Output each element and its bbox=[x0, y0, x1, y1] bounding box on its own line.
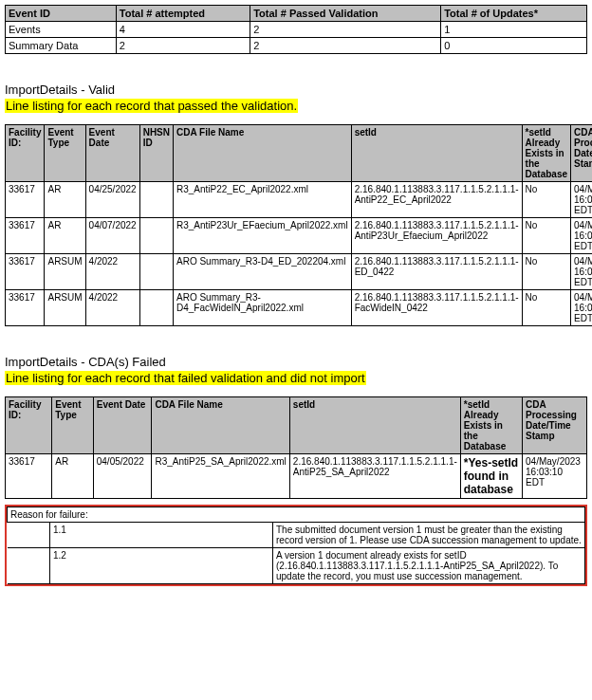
cell-event-type: ARSUM bbox=[45, 290, 85, 326]
cell-stamp: 04/May/2023 16:03:10 EDT bbox=[523, 454, 587, 499]
cell-setid: 2.16.840.1.113883.3.117.1.1.5.2.1.1.1-An… bbox=[351, 218, 522, 254]
col-event-date: Event Date bbox=[93, 397, 152, 454]
cell-event-date: 4/2022 bbox=[85, 290, 139, 326]
col-exists: *setId Already Exists in the Database bbox=[460, 397, 522, 454]
valid-header-row: Facility ID: Event Type Event Date NHSN … bbox=[6, 125, 593, 182]
table-row: Summary Data 2 2 0 bbox=[6, 38, 587, 54]
cell-exists: No bbox=[522, 182, 570, 218]
cell-stamp: 04/May/2023 16:03:10 EDT bbox=[571, 218, 592, 254]
cell-event-date: 04/05/2022 bbox=[93, 454, 152, 499]
col-updates: Total # of Updates* bbox=[441, 6, 587, 22]
col-setid: setId bbox=[351, 125, 522, 182]
table-row: 33617AR04/25/2022R3_AntiP22_EC_April2022… bbox=[6, 182, 593, 218]
cell-passed: 2 bbox=[250, 38, 441, 54]
table-row: Events 4 2 1 bbox=[6, 22, 587, 38]
cell-facility-id: 33617 bbox=[6, 218, 45, 254]
valid-section-title: ImportDetails - Valid bbox=[5, 83, 587, 97]
cell-event-date: 04/25/2022 bbox=[85, 182, 139, 218]
reason-row: 1.1The submitted document version 1 must… bbox=[8, 523, 585, 548]
reason-spacer bbox=[8, 548, 50, 584]
failed-header-row: Facility ID: Event Type Event Date CDA F… bbox=[6, 397, 587, 454]
failed-table: Facility ID: Event Type Event Date CDA F… bbox=[5, 396, 587, 499]
cell-cda-file: ARO Summary_R3-D4_FacWideIN_April2022.xm… bbox=[174, 290, 352, 326]
cell-attempted: 4 bbox=[116, 22, 250, 38]
cell-event-type: AR bbox=[45, 182, 85, 218]
col-cda-file: CDA File Name bbox=[152, 397, 289, 454]
cell-facility-id: 33617 bbox=[6, 182, 45, 218]
cell-stamp: 04/May/2023 16:03:10 EDT bbox=[571, 182, 592, 218]
reason-spacer bbox=[8, 523, 50, 548]
col-attempted: Total # attempted bbox=[116, 6, 250, 22]
cell-exists: No bbox=[522, 218, 570, 254]
cell-nhsn-id bbox=[139, 290, 173, 326]
table-row: 33617AR04/07/2022R3_AntiP23Ur_EFaecium_A… bbox=[6, 218, 593, 254]
cell-cda-file: R3_AntiP25_SA_April2022.xml bbox=[152, 454, 289, 499]
col-facility-id: Facility ID: bbox=[6, 125, 45, 182]
cell-exists: No bbox=[522, 254, 570, 290]
cell-event-date: 4/2022 bbox=[85, 254, 139, 290]
reason-failure-box: Reason for failure: 1.1The submitted doc… bbox=[5, 505, 587, 586]
reason-failure-label: Reason for failure: bbox=[8, 507, 585, 523]
cell-stamp: 04/May/2023 16:03:10 EDT bbox=[571, 254, 592, 290]
table-row: 33617ARSUM4/2022ARO Summary_R3-D4_FacWid… bbox=[6, 290, 593, 326]
col-event-date: Event Date bbox=[85, 125, 139, 182]
cell-nhsn-id bbox=[139, 182, 173, 218]
reason-row: 1.2A version 1 document already exists f… bbox=[8, 548, 585, 584]
cell-exists: No bbox=[522, 290, 570, 326]
valid-table: Facility ID: Event Type Event Date NHSN … bbox=[5, 124, 592, 326]
cell-facility-id: 33617 bbox=[6, 454, 52, 499]
cell-cda-file: R3_AntiP22_EC_April2022.xml bbox=[174, 182, 352, 218]
col-stamp: CDA Processing Date/Time Stamp bbox=[571, 125, 592, 182]
col-exists: *setId Already Exists in the Database bbox=[522, 125, 570, 182]
col-facility-id: Facility ID: bbox=[6, 397, 52, 454]
reason-text: The submitted document version 1 must be… bbox=[273, 523, 585, 548]
col-stamp: CDA Processing Date/Time Stamp bbox=[523, 397, 587, 454]
cell-event-type: AR bbox=[52, 454, 93, 499]
failed-section-subtitle: Line listing for each record that failed… bbox=[5, 371, 366, 385]
cell-updates: 1 bbox=[441, 22, 587, 38]
cell-setid: 2.16.840.1.113883.3.117.1.1.5.2.1.1.1-ED… bbox=[351, 254, 522, 290]
cell-event-id: Events bbox=[6, 22, 117, 38]
cell-event-date: 04/07/2022 bbox=[85, 218, 139, 254]
reason-code: 1.2 bbox=[50, 548, 273, 584]
cell-setid: 2.16.840.1.113883.3.117.1.1.5.2.1.1.1-An… bbox=[351, 182, 522, 218]
cell-event-type: AR bbox=[45, 218, 85, 254]
cell-event-type: ARSUM bbox=[45, 254, 85, 290]
cell-event-id: Summary Data bbox=[6, 38, 117, 54]
col-event-type: Event Type bbox=[52, 397, 93, 454]
col-event-id: Event ID bbox=[6, 6, 117, 22]
cell-facility-id: 33617 bbox=[6, 254, 45, 290]
cell-setid: 2.16.840.1.113883.3.117.1.1.5.2.1.1.1-An… bbox=[289, 454, 460, 499]
summary-table: Event ID Total # attempted Total # Passe… bbox=[5, 5, 587, 54]
col-cda-file: CDA File Name bbox=[174, 125, 352, 182]
cell-facility-id: 33617 bbox=[6, 290, 45, 326]
valid-section-subtitle: Line listing for each record that passed… bbox=[5, 99, 298, 113]
table-row: 33617ARSUM4/2022ARO Summary_R3-D4_ED_202… bbox=[6, 254, 593, 290]
summary-header-row: Event ID Total # attempted Total # Passe… bbox=[6, 6, 587, 22]
col-setid: setId bbox=[289, 397, 460, 454]
cell-passed: 2 bbox=[250, 22, 441, 38]
cell-nhsn-id bbox=[139, 254, 173, 290]
table-row: 33617AR04/05/2022R3_AntiP25_SA_April2022… bbox=[6, 454, 587, 499]
cell-cda-file: ARO Summary_R3-D4_ED_202204.xml bbox=[174, 254, 352, 290]
cell-nhsn-id bbox=[139, 218, 173, 254]
cell-stamp: 04/May/2023 16:03:10 EDT bbox=[571, 290, 592, 326]
cell-attempted: 2 bbox=[116, 38, 250, 54]
cell-setid: 2.16.840.1.113883.3.117.1.1.5.2.1.1.1-Fa… bbox=[351, 290, 522, 326]
cell-cda-file: R3_AntiP23Ur_EFaecium_April2022.xml bbox=[174, 218, 352, 254]
cell-updates: 0 bbox=[441, 38, 587, 54]
reason-code: 1.1 bbox=[50, 523, 273, 548]
col-event-type: Event Type bbox=[45, 125, 85, 182]
cell-exists: *Yes-setId found in database bbox=[460, 454, 522, 499]
col-nhsn-id: NHSN ID bbox=[139, 125, 173, 182]
failed-section-title: ImportDetails - CDA(s) Failed bbox=[5, 355, 587, 369]
reason-text: A version 1 document already exists for … bbox=[273, 548, 585, 584]
col-passed: Total # Passed Validation bbox=[250, 6, 441, 22]
